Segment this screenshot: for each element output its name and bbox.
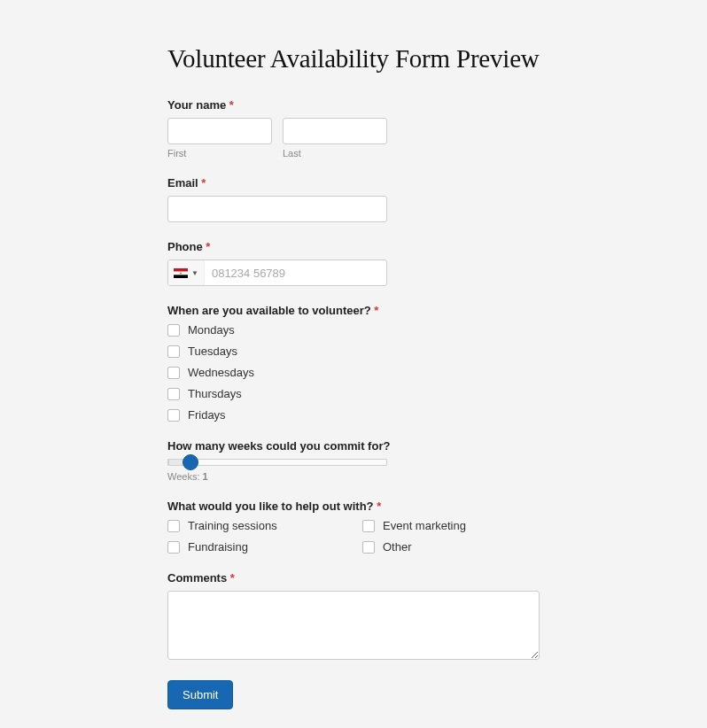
comments-label: Comments * xyxy=(167,571,540,585)
checkbox-wednesdays[interactable] xyxy=(167,367,180,379)
comments-textarea[interactable] xyxy=(167,591,540,660)
svg-rect-0 xyxy=(174,268,188,272)
availability-label-text: When are you available to volunteer? xyxy=(167,304,371,317)
weeks-value-prefix: Weeks: xyxy=(167,471,199,482)
checkbox-label: Other xyxy=(383,540,412,554)
name-label-text: Your name xyxy=(167,98,226,112)
checkbox-row: Event marketing xyxy=(362,519,540,532)
phone-field-group: Phone * ▼ xyxy=(167,240,540,286)
name-label: Your name * xyxy=(167,98,540,112)
weeks-value: 1 xyxy=(203,471,208,482)
checkbox-mondays[interactable] xyxy=(167,324,180,337)
help-field-group: What would you like to help out with? * … xyxy=(167,500,540,554)
checkbox-label: Training sessions xyxy=(188,519,277,532)
phone-label-text: Phone xyxy=(167,240,203,253)
checkbox-row: Thursdays xyxy=(167,387,540,400)
checkbox-row: Mondays xyxy=(167,323,540,337)
name-field: Your name * First Last xyxy=(167,98,540,159)
checkbox-label: Event marketing xyxy=(383,519,466,532)
checkbox-row: Training sessions xyxy=(167,519,345,532)
checkbox-row: Fundraising xyxy=(167,540,345,554)
country-code-picker[interactable]: ▼ xyxy=(168,260,205,285)
flag-icon xyxy=(174,268,188,278)
email-field-group: Email * xyxy=(167,176,540,222)
checkbox-label: Thursdays xyxy=(188,387,242,400)
weeks-value-label: Weeks: 1 xyxy=(167,471,387,482)
checkbox-marketing[interactable] xyxy=(362,520,375,532)
checkbox-row: Fridays xyxy=(167,408,540,422)
help-label-text: What would you like to help out with? xyxy=(167,500,374,513)
availability-field-group: When are you available to volunteer? * M… xyxy=(167,304,540,422)
checkbox-fundraising[interactable] xyxy=(167,541,180,554)
required-marker: * xyxy=(377,500,381,513)
required-marker: * xyxy=(374,304,378,317)
checkbox-row: Wednesdays xyxy=(167,366,540,379)
email-input[interactable] xyxy=(167,196,387,222)
help-label: What would you like to help out with? * xyxy=(167,500,540,513)
last-name-sublabel: Last xyxy=(283,148,387,159)
weeks-label: How many weeks could you commit for? xyxy=(167,439,540,453)
required-marker: * xyxy=(230,571,235,585)
page-title: Volunteer Availability Form Preview xyxy=(167,44,540,74)
comments-label-text: Comments xyxy=(167,571,227,585)
first-name-sublabel: First xyxy=(167,148,272,159)
required-marker: * xyxy=(229,98,234,112)
checkbox-other[interactable] xyxy=(362,541,375,554)
svg-rect-2 xyxy=(174,275,188,278)
weeks-slider-thumb[interactable] xyxy=(183,454,198,470)
availability-label: When are you available to volunteer? * xyxy=(167,304,540,317)
required-marker: * xyxy=(201,176,206,190)
comments-field-group: Comments * xyxy=(167,571,540,662)
submit-button[interactable]: Submit xyxy=(167,680,233,709)
checkbox-training[interactable] xyxy=(167,520,180,532)
chevron-down-icon: ▼ xyxy=(191,269,198,277)
checkbox-label: Mondays xyxy=(188,323,235,337)
checkbox-row: Tuesdays xyxy=(167,345,540,358)
checkbox-thursdays[interactable] xyxy=(167,388,180,400)
checkbox-label: Fundraising xyxy=(188,540,248,554)
last-name-input[interactable] xyxy=(283,118,387,144)
checkbox-label: Tuesdays xyxy=(188,345,237,358)
checkbox-fridays[interactable] xyxy=(167,409,180,422)
weeks-slider-track[interactable] xyxy=(167,459,387,466)
phone-label: Phone * xyxy=(167,240,540,253)
svg-point-3 xyxy=(180,272,182,274)
checkbox-row: Other xyxy=(362,540,540,554)
first-name-input[interactable] xyxy=(167,118,272,144)
checkbox-label: Wednesdays xyxy=(188,366,254,379)
email-label: Email * xyxy=(167,176,540,190)
checkbox-label: Fridays xyxy=(188,408,226,422)
checkbox-tuesdays[interactable] xyxy=(167,345,180,358)
phone-input[interactable] xyxy=(205,260,386,285)
required-marker: * xyxy=(206,240,210,253)
weeks-field-group: How many weeks could you commit for? Wee… xyxy=(167,439,540,482)
email-label-text: Email xyxy=(167,176,198,190)
